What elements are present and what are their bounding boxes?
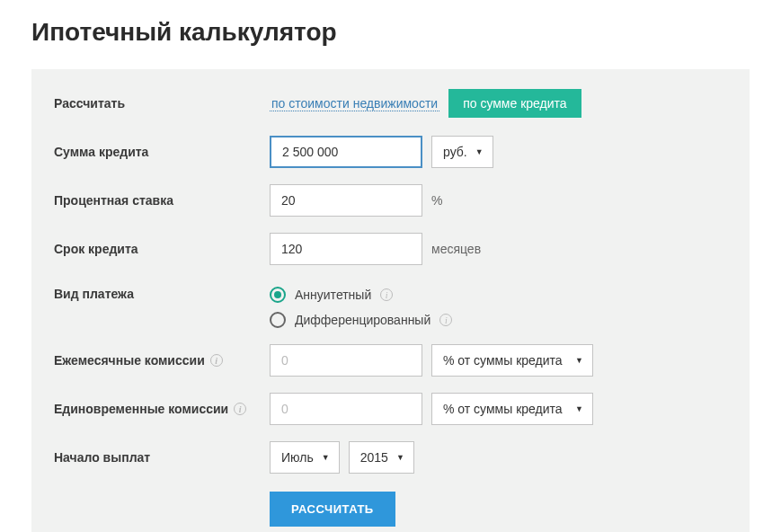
calculate-button[interactable]: Рассчитать <box>270 492 395 527</box>
row-calculate-mode: Рассчитать по стоимости недвижимости по … <box>54 87 727 120</box>
radio-annuity[interactable]: Аннуитетный i <box>270 287 452 303</box>
loan-amount-input[interactable] <box>270 136 422 168</box>
label-onetime-fees: Единовременные комиссии i <box>54 402 270 416</box>
monthly-fee-type-value: % от суммы кредита <box>443 353 563 368</box>
row-monthly-fees: Ежемесячные комиссии i % от суммы кредит… <box>54 344 727 377</box>
info-icon[interactable]: i <box>210 354 223 367</box>
tab-by-amount[interactable]: по сумме кредита <box>448 89 581 118</box>
row-loan-amount: Сумма кредита руб. <box>54 136 727 168</box>
info-icon[interactable]: i <box>439 314 452 326</box>
label-loan-amount: Сумма кредита <box>54 145 270 159</box>
label-monthly-fees: Ежемесячные комиссии i <box>54 353 270 368</box>
radio-circle-icon <box>270 312 286 328</box>
onetime-fee-type-value: % от суммы кредита <box>443 402 563 416</box>
currency-value: руб. <box>443 145 467 159</box>
radio-differentiated-label: Дифференцированный <box>295 313 430 327</box>
radio-differentiated[interactable]: Дифференцированный i <box>270 312 452 328</box>
row-loan-term: Срок кредита месяцев <box>54 233 727 265</box>
label-interest-rate: Процентная ставка <box>54 193 270 208</box>
start-year-value: 2015 <box>360 450 388 465</box>
radio-annuity-label: Аннуитетный <box>295 288 371 302</box>
row-payment-type: Вид платежа Аннуитетный i Дифференцирова… <box>54 281 727 328</box>
loan-term-input[interactable] <box>270 233 422 265</box>
interest-rate-input[interactable] <box>270 184 422 217</box>
label-start-date: Начало выплат <box>54 450 270 465</box>
radio-circle-icon <box>270 287 286 303</box>
tab-by-property[interactable]: по стоимости недвижимости <box>270 96 439 111</box>
monthly-fee-input[interactable] <box>270 344 422 377</box>
label-calculate-mode: Рассчитать <box>54 96 270 111</box>
start-year-select[interactable]: 2015 <box>349 441 414 474</box>
term-unit: месяцев <box>431 242 481 256</box>
page-title: Ипотечный калькулятор <box>31 18 750 47</box>
row-interest-rate: Процентная ставка % <box>54 184 727 217</box>
label-payment-type: Вид платежа <box>54 281 270 301</box>
rate-unit: % <box>431 193 442 208</box>
onetime-fee-input[interactable] <box>270 393 422 425</box>
info-icon[interactable]: i <box>380 288 393 301</box>
calculator-form: Рассчитать по стоимости недвижимости по … <box>31 69 750 532</box>
info-icon[interactable]: i <box>234 403 246 415</box>
start-month-value: Июль <box>281 450 314 465</box>
label-loan-term: Срок кредита <box>54 242 270 256</box>
row-start-date: Начало выплат Июль 2015 <box>54 441 727 474</box>
monthly-fee-type-select[interactable]: % от суммы кредита <box>431 344 593 377</box>
start-month-select[interactable]: Июль <box>270 441 340 474</box>
currency-select[interactable]: руб. <box>431 136 493 168</box>
row-onetime-fees: Единовременные комиссии i % от суммы кре… <box>54 393 727 425</box>
onetime-fee-type-select[interactable]: % от суммы кредита <box>431 393 593 425</box>
